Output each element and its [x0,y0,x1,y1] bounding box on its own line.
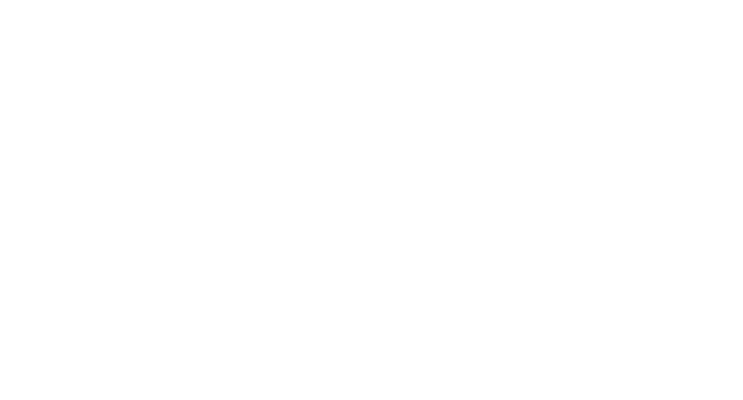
spreadsheet [0,0,743,400]
